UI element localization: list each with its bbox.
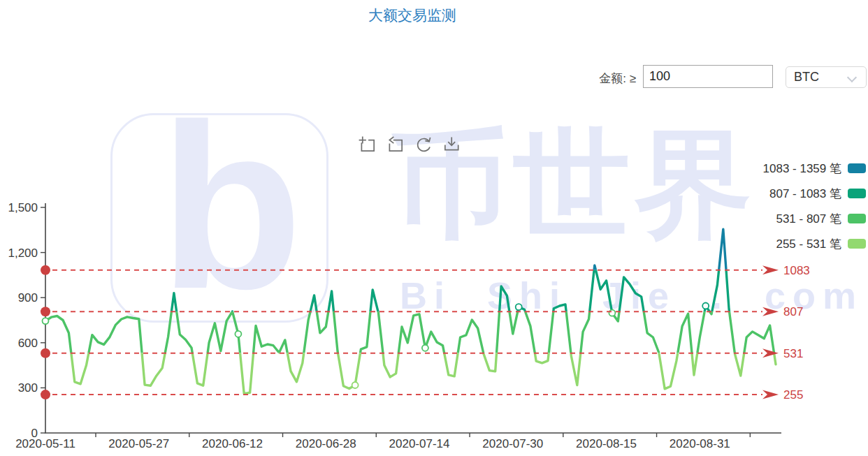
data-point-marker xyxy=(422,345,428,351)
y-axis-label: 900 xyxy=(18,291,38,304)
markline-start-dot xyxy=(41,390,50,399)
legend-swatch xyxy=(848,163,866,173)
markline-arrow-icon xyxy=(762,307,779,316)
data-point-marker xyxy=(516,304,522,310)
legend-item[interactable]: 255 - 531 笔 xyxy=(763,231,866,256)
page: b 币世界 Bi Shi Jie . com 大额交易监测 金额: ≥ BTC … xyxy=(0,0,868,456)
legend-swatch xyxy=(848,189,866,198)
x-axis-label: 2020-05-27 xyxy=(108,437,169,450)
markline-arrow-icon xyxy=(762,348,779,358)
markline-start-dot xyxy=(41,307,50,316)
legend-swatch xyxy=(848,239,866,249)
chart-canvas[interactable]: 03006009001,2001,5002020-05-112020-05-27… xyxy=(0,0,868,456)
x-axis-label: 2020-08-15 xyxy=(576,437,637,450)
data-point-marker xyxy=(43,318,49,324)
legend-item[interactable]: 1083 - 1359 笔 xyxy=(763,156,866,181)
legend-label: 1083 - 1359 笔 xyxy=(763,161,841,177)
legend-item[interactable]: 531 - 807 笔 xyxy=(763,206,866,231)
legend-swatch xyxy=(848,214,866,223)
markline-start-dot xyxy=(41,265,50,275)
x-axis-label: 2020-06-12 xyxy=(202,437,263,450)
save-image-icon[interactable] xyxy=(442,135,461,154)
x-axis-label: 2020-06-28 xyxy=(296,437,356,450)
markline-arrow-icon xyxy=(762,390,779,399)
data-point-marker xyxy=(352,382,359,388)
markline-label: 531 xyxy=(783,347,803,360)
y-axis-label: 1,500 xyxy=(8,201,38,214)
area-zoom-icon[interactable] xyxy=(358,135,377,154)
zoom-reset-icon[interactable] xyxy=(386,135,405,154)
data-point-marker xyxy=(235,331,241,337)
chart-toolbar xyxy=(358,135,461,154)
y-axis-label: 1,200 xyxy=(8,247,38,260)
markline-label: 807 xyxy=(783,305,803,318)
chart-legend: 1083 - 1359 笔807 - 1083 笔531 - 807 笔255 … xyxy=(763,156,866,256)
data-point-marker xyxy=(702,303,709,309)
x-axis-label: 2020-07-30 xyxy=(482,437,543,450)
markline-arrow-icon xyxy=(762,265,779,274)
y-axis-label: 300 xyxy=(18,381,38,395)
markline-label: 1083 xyxy=(783,264,810,277)
x-axis-label: 2020-08-31 xyxy=(670,437,730,450)
markline-start-dot xyxy=(41,348,50,358)
markline-group: 1083807531255 xyxy=(41,264,810,402)
y-axis-label: 600 xyxy=(18,337,38,350)
restore-icon[interactable] xyxy=(414,135,433,154)
x-axis-label: 2020-05-11 xyxy=(15,437,75,450)
legend-label: 255 - 531 笔 xyxy=(776,236,841,252)
legend-label: 807 - 1083 笔 xyxy=(769,186,841,202)
legend-label: 531 - 807 笔 xyxy=(776,211,841,227)
x-axis-label: 2020-07-14 xyxy=(389,437,450,450)
legend-item[interactable]: 807 - 1083 笔 xyxy=(763,181,866,206)
data-point-marker xyxy=(609,310,615,316)
markline-label: 255 xyxy=(783,388,803,402)
